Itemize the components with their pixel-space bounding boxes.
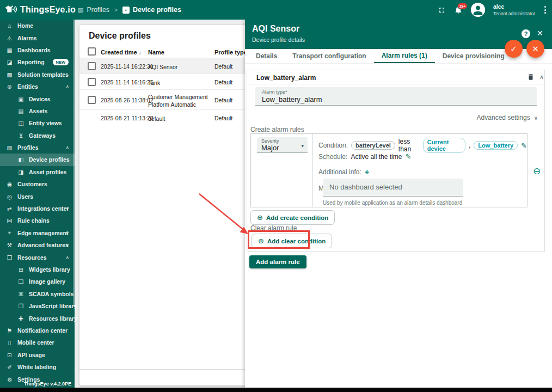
sidebar-item-alarms[interactable]: ⚠Alarms xyxy=(0,32,75,44)
add-info-icon[interactable]: + xyxy=(365,167,370,176)
sidebar-item-entity-views[interactable]: ◫Entity views xyxy=(0,117,75,129)
sidebar-item-notification-center[interactable]: ⚑Notification center xyxy=(0,324,75,336)
sidebar-scrollbar[interactable] xyxy=(73,20,75,307)
severity-select[interactable]: Severity Major ▾ xyxy=(257,137,308,153)
more-vert-button[interactable] xyxy=(543,5,547,15)
profiles-icon: ▧ xyxy=(6,144,13,151)
profiles-icon: ▧ xyxy=(78,7,83,14)
sidebar-item-entities[interactable]: ⊚Entities∧ xyxy=(0,81,75,93)
notifications-button[interactable]: 29+ xyxy=(454,5,463,14)
tab-details[interactable]: Details xyxy=(248,49,285,63)
chevron-down-icon: ∨ xyxy=(65,230,69,236)
sidebar-item-resources-library[interactable]: ✚Resources library xyxy=(0,312,75,324)
severity-value: Major xyxy=(261,144,308,152)
breadcrumb-device-profiles[interactable]: ▪ Device profiles xyxy=(122,6,181,14)
delete-alarm-icon[interactable] xyxy=(527,73,535,83)
add-alarm-rule-button[interactable]: Add alarm rule xyxy=(249,255,306,268)
dropdown-arrow-icon: ▾ xyxy=(301,143,304,149)
row-checkbox[interactable] xyxy=(88,78,96,86)
sidebar-item-reporting[interactable]: ◪ReportingNEW xyxy=(0,56,75,68)
asset-profiles-icon: ◨ xyxy=(17,169,24,175)
widgets-library-icon: ⊞ xyxy=(17,266,24,273)
sidebar-item-image-gallery[interactable]: ❏Image gallery xyxy=(0,275,75,287)
add-create-condition-button[interactable]: ⊕ Add create condition xyxy=(250,210,335,225)
user-name: alcc xyxy=(493,3,535,10)
mobile-dashboard-hint: Used by mobile application as an alarm d… xyxy=(323,200,462,206)
sidebar-item-edge-management[interactable]: ⌖Edge management∨ xyxy=(0,227,75,239)
javascript-library-icon: ❐ xyxy=(17,303,24,309)
additional-info-row: Additional info: + xyxy=(318,167,370,176)
sidebar-item-customers[interactable]: ◉Customers xyxy=(0,178,75,190)
rule-chains-icon: ⋈ xyxy=(6,217,13,224)
collapse-icon[interactable]: ∧ xyxy=(539,74,544,81)
sidebar-item-resources[interactable]: ❒Resources∧ xyxy=(0,251,75,263)
schedule-row: Schedule: Active all the time ✎ xyxy=(318,152,411,161)
sidebar-item-assets[interactable]: ▤Assets xyxy=(0,105,75,117)
sidebar-item-dashboards[interactable]: ▦Dashboards xyxy=(0,44,75,56)
sidebar-item-advanced-features[interactable]: ⚒Advanced features∨ xyxy=(0,239,75,251)
advanced-settings-toggle[interactable]: Advanced settings ∨ xyxy=(477,114,538,121)
tab-alarm-rules[interactable]: Alarm rules (1) xyxy=(374,49,435,63)
column-profile-type[interactable]: Profile type xyxy=(214,49,247,56)
row-checkbox[interactable] xyxy=(88,62,96,70)
sidebar-item-widgets-library[interactable]: ⊞Widgets library xyxy=(0,264,75,275)
notifications-badge: 29+ xyxy=(457,3,468,9)
sidebar-item-rule-chains[interactable]: ⋈Rule chains xyxy=(0,215,75,226)
alarm-type-value: Low_battery_alarm xyxy=(262,95,537,103)
column-name[interactable]: Name xyxy=(148,49,164,56)
sidebar: ⌂Home ⚠Alarms ▦Dashboards ◪ReportingNEW … xyxy=(0,20,75,388)
create-alarm-rules-label: Create alarm rules xyxy=(250,126,304,133)
row-checkbox[interactable] xyxy=(88,96,96,104)
device-profiles-icon: ▪ xyxy=(122,7,130,14)
sidebar-item-scada-symbols[interactable]: ⌘SCADA symbols xyxy=(0,288,75,300)
sidebar-item-profiles[interactable]: ▧Profiles∧ xyxy=(0,142,75,154)
select-all-checkbox[interactable] xyxy=(88,47,96,56)
discard-changes-button[interactable]: ✕ xyxy=(526,40,544,58)
help-icon[interactable]: ? xyxy=(522,29,530,38)
close-icon[interactable]: ✕ xyxy=(537,29,543,38)
assets-icon: ▤ xyxy=(17,108,24,114)
sidebar-item-mobile-center[interactable]: ▯Mobile center xyxy=(0,336,75,348)
fullscreen-button[interactable] xyxy=(438,6,446,14)
device-profiles-icon: ◧ xyxy=(17,156,24,163)
condition-row: Condition: batteryLevel less than Curren… xyxy=(318,138,527,153)
user-info[interactable]: alcc Tenant administrator xyxy=(493,3,535,16)
home-icon: ⌂ xyxy=(6,22,13,29)
tab-transport-configuration[interactable]: Transport configuration xyxy=(285,49,373,63)
add-circle-icon: ⊕ xyxy=(258,237,264,245)
sidebar-item-api-usage[interactable]: ⊡API usage xyxy=(0,349,75,361)
add-clear-condition-button[interactable]: ⊕ Add clear condition xyxy=(252,234,332,248)
check-icon: ✓ xyxy=(510,44,517,54)
edit-condition-icon[interactable]: ✎ xyxy=(521,142,527,150)
mobile-dashboard-input[interactable]: No dashboard selected xyxy=(323,179,463,197)
sidebar-item-solution-templates[interactable]: ▩Solution templates xyxy=(0,69,75,81)
sidebar-item-home[interactable]: ⌂Home xyxy=(0,20,75,32)
sidebar-item-javascript-library[interactable]: ❐JavaScript library xyxy=(0,300,75,312)
notification-center-icon: ⚑ xyxy=(6,327,13,334)
condition-key-chip[interactable]: batteryLevel xyxy=(351,141,395,150)
bottom-strip xyxy=(0,388,552,392)
sidebar-item-asset-profiles[interactable]: ◨Asset profiles xyxy=(0,166,75,178)
sidebar-item-devices[interactable]: ▣Devices xyxy=(0,93,75,105)
chevron-up-icon: ∧ xyxy=(65,255,69,260)
clear-alarm-rule-label: Clear alarm rule xyxy=(250,224,297,232)
column-created-time[interactable]: Created time ↓ xyxy=(101,49,142,56)
sidebar-item-users[interactable]: ◎Users xyxy=(0,190,75,202)
additional-info-label: Additional info: xyxy=(318,168,361,176)
sidebar-item-integrations-center[interactable]: ⇄Integrations center∨ xyxy=(0,203,75,215)
sidebar-item-gateways[interactable]: ⊻Gateways xyxy=(0,130,75,142)
alarm-type-field[interactable]: Alarm type* Low_battery_alarm xyxy=(255,87,537,106)
remove-condition-icon[interactable]: ⊖ xyxy=(533,166,541,177)
logo-icon xyxy=(5,5,17,15)
breadcrumb-profiles[interactable]: ▧ Profiles xyxy=(78,6,109,14)
alarm-type-label: Alarm type* xyxy=(262,89,537,95)
condition-value-chip[interactable]: Low_battery xyxy=(474,141,518,150)
sidebar-item-white-labeling[interactable]: ✐White labeling xyxy=(0,361,75,373)
edit-schedule-icon[interactable]: ✎ xyxy=(405,152,411,161)
apply-changes-button[interactable]: ✓ xyxy=(505,40,523,58)
severity-label: Severity xyxy=(261,138,308,144)
sidebar-item-device-profiles[interactable]: ◧Device profiles xyxy=(0,154,75,166)
avatar[interactable] xyxy=(471,3,485,17)
tab-device-provisioning[interactable]: Device provisioning xyxy=(435,49,512,63)
condition-device-chip[interactable]: Current device xyxy=(423,138,465,153)
